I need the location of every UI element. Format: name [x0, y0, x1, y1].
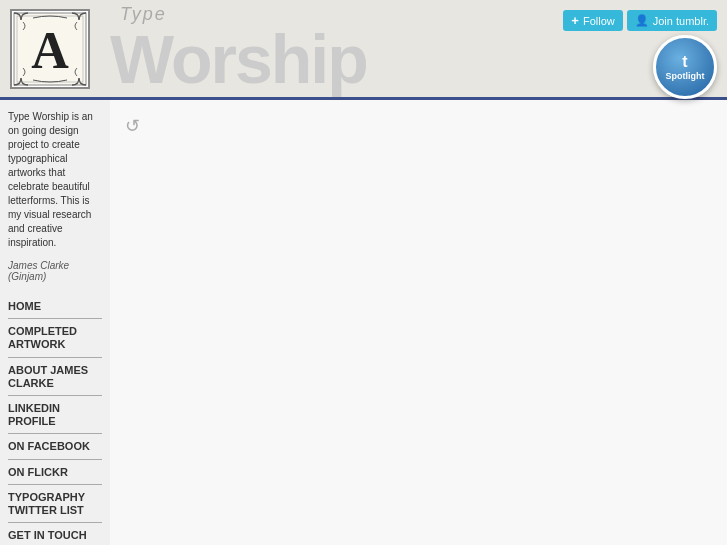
nav-menu: HOMECOMPLETED ARTWORKABOUT JAMES CLARKEL… [8, 294, 102, 545]
loading-spinner: ↺ [125, 115, 145, 135]
person-icon: 👤 [635, 14, 649, 27]
logo-letter: A [10, 9, 90, 89]
main-content: ↺ [110, 100, 727, 545]
site-header: A Type Worship + Follow 👤 Join tumblr. t… [0, 0, 727, 100]
tumblr-follow-button[interactable]: + Follow [563, 10, 622, 31]
plus-icon: + [571, 13, 579, 28]
sidebar-item-twitter-list[interactable]: TYPOGRAPHY TWITTER LIST [8, 485, 102, 523]
sidebar-item-facebook[interactable]: ON FACEBOOK [8, 434, 102, 459]
author-name: James Clarke (Ginjam) [8, 260, 102, 282]
tumblr-spotlight-badge[interactable]: t Spotlight [653, 35, 717, 99]
spotlight-label: Spotlight [666, 71, 705, 82]
tumblr-logo-text: t [682, 52, 687, 71]
sidebar-item-home[interactable]: HOME [8, 294, 102, 319]
svg-text:A: A [31, 22, 69, 79]
sidebar-item-completed-artwork[interactable]: COMPLETED ARTWORK [8, 319, 102, 357]
sidebar-item-flickr[interactable]: ON FLICKR [8, 460, 102, 485]
site-description: Type Worship is an on going design proje… [8, 110, 102, 250]
tumblr-badge: + Follow 👤 Join tumblr. t Spotlight [563, 10, 717, 99]
sidebar-item-about[interactable]: ABOUT JAMES CLARKE [8, 358, 102, 396]
tumblr-join-button[interactable]: 👤 Join tumblr. [627, 10, 717, 31]
content-area: Type Worship is an on going design proje… [0, 100, 727, 545]
sidebar-item-contact[interactable]: GET IN TOUCH [8, 523, 102, 545]
sidebar-item-linkedin[interactable]: LINKEDIN PROFILE [8, 396, 102, 434]
sidebar: Type Worship is an on going design proje… [0, 100, 110, 545]
